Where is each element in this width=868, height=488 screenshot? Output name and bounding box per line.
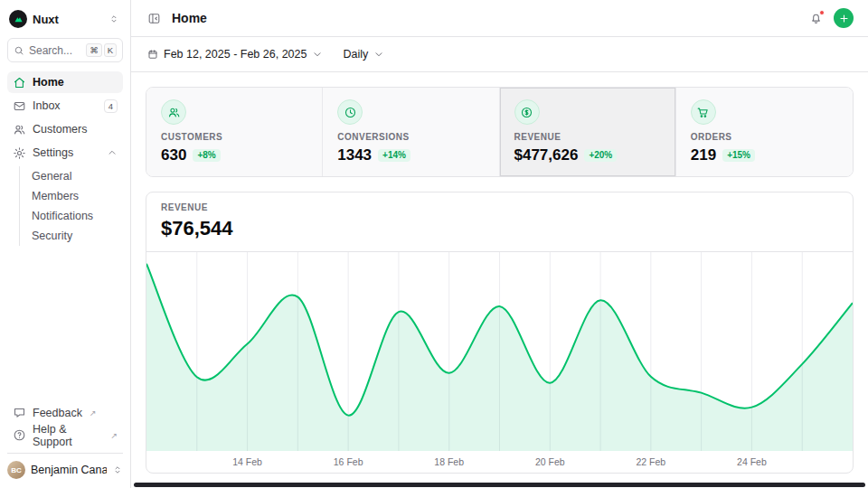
external-link-icon: ↗ xyxy=(90,408,97,418)
chat-bubble-icon xyxy=(13,406,26,419)
kbd-cmd: ⌘ xyxy=(86,43,102,57)
horizontal-scrollbar[interactable] xyxy=(134,483,865,487)
sidebar-item-label: Inbox xyxy=(33,99,61,112)
kbd-k: K xyxy=(104,43,117,57)
sidebar-item-home[interactable]: Home xyxy=(7,71,123,93)
stats-row: Customers 630 +8% Conversions 1343 +14% xyxy=(146,87,854,177)
sidebar-item-security[interactable]: Security xyxy=(28,226,123,246)
date-range-picker[interactable]: Feb 12, 2025 - Feb 26, 2025 xyxy=(146,44,325,64)
stat-value: 630 xyxy=(161,146,186,164)
app-window: Nuxt Search... ⌘K Home Inbox 4 xyxy=(0,0,868,488)
help-support-link[interactable]: Help & Support↗ xyxy=(7,425,123,446)
chart-title: Revenue xyxy=(161,202,838,212)
stat-label: Customers xyxy=(161,132,307,142)
stat-value: 219 xyxy=(691,146,716,164)
search-icon xyxy=(14,45,24,56)
panel-toggle-button[interactable] xyxy=(146,10,163,27)
footer-label: Feedback xyxy=(33,407,82,419)
stat-delta-badge: +20% xyxy=(584,149,617,162)
external-link-icon: ↗ xyxy=(110,431,118,440)
plus-icon xyxy=(838,13,850,24)
avatar: BC xyxy=(7,461,25,479)
chart-total-value: $76,544 xyxy=(161,217,838,240)
stat-value: $477,626 xyxy=(514,146,579,164)
sidebar-item-inbox[interactable]: Inbox 4 xyxy=(7,95,123,117)
submenu-label: Notifications xyxy=(32,210,93,222)
users-icon xyxy=(161,99,186,125)
chevron-updown-icon xyxy=(112,465,123,475)
stat-value: 1343 xyxy=(337,146,372,164)
submenu-label: Members xyxy=(32,190,79,202)
nuxt-logo xyxy=(9,10,27,28)
stat-card-revenue[interactable]: Revenue $477,626 +20% xyxy=(500,88,676,176)
sidebar-item-general[interactable]: General xyxy=(28,166,123,186)
dashboard-content: Customers 630 +8% Conversions 1343 +14% xyxy=(131,72,868,488)
sidebar-item-label: Customers xyxy=(33,123,87,136)
stat-label: Revenue xyxy=(514,132,661,142)
submenu-label: General xyxy=(32,170,71,183)
chart-header: Revenue $76,544 xyxy=(146,192,853,252)
clock-icon xyxy=(337,99,363,125)
gear-icon xyxy=(13,146,26,160)
sidebar-header: Nuxt xyxy=(7,7,123,31)
date-range-label: Feb 12, 2025 - Feb 26, 2025 xyxy=(164,48,307,61)
search-input[interactable]: Search... ⌘K xyxy=(7,38,123,62)
stat-delta-badge: +15% xyxy=(722,149,755,162)
filters-toolbar: Feb 12, 2025 - Feb 26, 2025 Daily xyxy=(131,37,868,72)
settings-submenu: General Members Notifications Security xyxy=(19,166,123,246)
dollar-circle-icon xyxy=(514,99,540,125)
svg-text:20 Feb: 20 Feb xyxy=(535,456,565,467)
inbox-icon xyxy=(13,99,26,113)
users-icon xyxy=(13,123,26,136)
main-area: Home Feb 12, 2025 - Feb 26, 2025 Daily xyxy=(131,0,868,488)
submenu-label: Security xyxy=(32,230,72,242)
sidebar-item-members[interactable]: Members xyxy=(28,186,123,206)
inbox-count-badge: 4 xyxy=(104,99,118,113)
revenue-chart-card: Revenue $76,544 14 Feb16 Feb18 Feb20 Feb… xyxy=(146,192,854,474)
search-shortcut: ⌘K xyxy=(86,43,117,57)
chevron-up-icon xyxy=(107,147,118,158)
svg-text:22 Feb: 22 Feb xyxy=(637,456,666,467)
sidebar-item-notifications[interactable]: Notifications xyxy=(28,206,123,226)
sidebar-item-settings[interactable]: Settings xyxy=(7,142,123,164)
stat-card-conversions[interactable]: Conversions 1343 +14% xyxy=(323,88,499,176)
search-placeholder: Search... xyxy=(29,44,81,57)
sidebar-item-label: Home xyxy=(33,76,64,89)
chevron-updown-icon xyxy=(108,14,119,24)
chevron-down-icon xyxy=(312,49,323,60)
user-menu[interactable]: BC Benjamin Canac xyxy=(7,453,123,479)
stat-label: Orders xyxy=(691,132,838,142)
svg-text:18 Feb: 18 Feb xyxy=(434,456,464,467)
feedback-link[interactable]: Feedback↗ xyxy=(7,402,123,423)
stat-delta-badge: +8% xyxy=(193,149,220,162)
granularity-select[interactable]: Daily xyxy=(341,44,386,64)
chart-plot[interactable]: 14 Feb16 Feb18 Feb20 Feb22 Feb24 Feb xyxy=(146,252,853,473)
stat-card-orders[interactable]: Orders 219 +15% xyxy=(676,88,853,176)
calendar-icon xyxy=(147,49,158,60)
sidebar-item-label: Settings xyxy=(33,146,73,159)
notification-dot xyxy=(819,10,825,15)
notifications-button[interactable] xyxy=(807,10,825,27)
svg-text:24 Feb: 24 Feb xyxy=(737,456,767,467)
footer-label: Help & Support xyxy=(33,423,103,448)
user-name: Benjamin Canac xyxy=(31,464,107,476)
granularity-label: Daily xyxy=(343,48,368,61)
main-header: Home xyxy=(131,0,868,37)
stat-card-customers[interactable]: Customers 630 +8% xyxy=(146,88,323,176)
add-button[interactable] xyxy=(834,8,854,28)
sidebar-item-customers[interactable]: Customers xyxy=(7,118,123,140)
home-icon xyxy=(13,76,26,89)
sidebar-collapse-button[interactable] xyxy=(107,12,121,26)
panel-left-icon xyxy=(147,12,161,25)
chevron-down-icon xyxy=(373,49,384,60)
sidebar: Nuxt Search... ⌘K Home Inbox 4 xyxy=(0,0,131,488)
stat-delta-badge: +14% xyxy=(378,149,410,162)
brand-name: Nuxt xyxy=(33,13,59,26)
help-circle-icon xyxy=(13,428,26,442)
svg-text:16 Feb: 16 Feb xyxy=(334,456,363,467)
shopping-cart-icon xyxy=(691,99,716,125)
sidebar-nav: Home Inbox 4 Customers Settings General … xyxy=(7,71,123,246)
sidebar-footer: Feedback↗ Help & Support↗ xyxy=(7,402,123,446)
stat-label: Conversions xyxy=(337,132,484,142)
svg-text:14 Feb: 14 Feb xyxy=(232,456,262,467)
